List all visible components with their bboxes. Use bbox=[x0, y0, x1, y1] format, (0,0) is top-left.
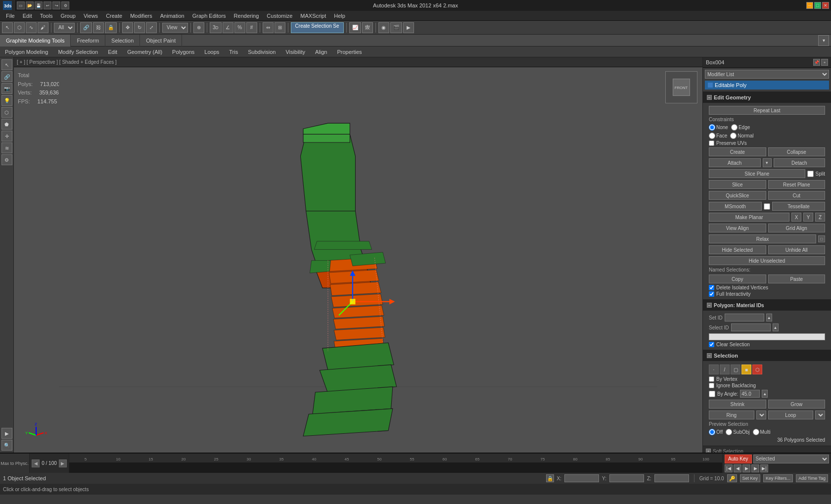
lasso-select[interactable]: ∿ bbox=[26, 22, 37, 33]
tessellate-btn[interactable]: Tessellate bbox=[772, 202, 825, 211]
key-end[interactable]: ▶| bbox=[760, 464, 768, 472]
lt-nav[interactable]: 🔍 bbox=[1, 440, 12, 451]
key-filters-btn[interactable]: Key Filters... bbox=[763, 474, 793, 482]
split-checkbox[interactable] bbox=[807, 171, 814, 177]
menu-graph-editors[interactable]: Graph Editors bbox=[188, 13, 230, 19]
loop-btn[interactable]: Loop bbox=[768, 411, 814, 419]
x-input[interactable] bbox=[564, 474, 599, 482]
slice-btn[interactable]: Slice bbox=[709, 180, 766, 189]
attach-btn[interactable]: Attach bbox=[709, 158, 761, 167]
full-interactivity-checkbox[interactable] bbox=[709, 291, 714, 297]
auto-key-btn[interactable]: Auto Key bbox=[725, 455, 752, 463]
move-tool[interactable]: ✥ bbox=[122, 22, 133, 33]
key-prev[interactable]: ◀ bbox=[734, 464, 741, 472]
subobj-radio[interactable] bbox=[726, 429, 732, 435]
key-next[interactable]: ▶ bbox=[751, 464, 759, 472]
schematic-view[interactable]: 🕸 bbox=[362, 22, 373, 33]
submenu-properties[interactable]: Properties bbox=[334, 48, 365, 56]
hide-unselected-btn[interactable]: Hide Unselected bbox=[709, 256, 825, 265]
unhide-all-btn[interactable]: Unhide All bbox=[768, 245, 826, 254]
render-setup[interactable]: 🎬 bbox=[390, 22, 402, 33]
submenu-tris[interactable]: Tris bbox=[226, 48, 241, 56]
unlink-tool[interactable]: ⛓ bbox=[93, 22, 104, 33]
copy-ns-btn[interactable]: Copy bbox=[709, 275, 766, 283]
menu-rendering[interactable]: Rendering bbox=[230, 13, 263, 19]
view-align-btn[interactable]: View Align bbox=[709, 224, 766, 232]
submenu-loops[interactable]: Loops bbox=[201, 48, 222, 56]
menu-views[interactable]: Views bbox=[80, 13, 102, 19]
submenu-geometry-all[interactable]: Geometry (All) bbox=[124, 48, 165, 56]
preserve-uvs-checkbox[interactable] bbox=[709, 140, 714, 146]
detach-btn[interactable]: Detach bbox=[774, 158, 826, 167]
normal-radio[interactable] bbox=[730, 133, 737, 139]
modifier-list-dropdown[interactable]: Modifier List bbox=[705, 70, 829, 79]
mirror-tool[interactable]: ⇔ bbox=[263, 22, 274, 33]
qa-open[interactable]: 📂 bbox=[26, 1, 34, 9]
timeline-right-btn[interactable]: ▶ bbox=[59, 459, 67, 467]
menu-edit[interactable]: Edit bbox=[19, 13, 36, 19]
y-input[interactable] bbox=[609, 474, 644, 482]
ignore-backfacing-checkbox[interactable] bbox=[709, 383, 714, 388]
menu-help[interactable]: Help bbox=[330, 13, 349, 19]
lt-select[interactable]: ↖ bbox=[1, 59, 12, 70]
edge-radio-label[interactable]: Edge bbox=[731, 124, 750, 131]
repeat-last-btn[interactable]: Repeat Last bbox=[709, 106, 825, 115]
submenu-polygon-modeling[interactable]: Polygon Modeling bbox=[2, 48, 51, 56]
view-dropdown[interactable]: View bbox=[162, 23, 188, 33]
lt-spacewarps[interactable]: ≋ bbox=[1, 142, 12, 153]
key-icon[interactable]: 🔑 bbox=[727, 474, 737, 482]
lt-shapes[interactable]: ⬟ bbox=[1, 119, 12, 130]
polygon-mode-icon[interactable]: ■ bbox=[741, 365, 751, 374]
face-radio-label[interactable]: Face bbox=[709, 133, 727, 139]
relax-options[interactable]: □ bbox=[818, 235, 825, 242]
qa-settings[interactable]: ⚙ bbox=[61, 1, 69, 9]
z-input[interactable] bbox=[654, 474, 689, 482]
eg-collapse[interactable]: − bbox=[707, 95, 712, 100]
menu-animation[interactable]: Animation bbox=[156, 13, 188, 19]
graphite-tab[interactable]: Graphite Modeling Tools bbox=[0, 35, 71, 46]
3d-snap[interactable]: 3D bbox=[210, 22, 222, 33]
set-id-spin-up[interactable]: ▲ bbox=[766, 314, 772, 321]
lt-play[interactable]: ▶ bbox=[1, 428, 12, 439]
lt-systems[interactable]: ⚙ bbox=[1, 154, 12, 165]
attach-options[interactable]: ▾ bbox=[763, 158, 772, 167]
border-mode-icon[interactable]: ▢ bbox=[731, 365, 740, 374]
frame-range[interactable]: 0 / 100 bbox=[40, 460, 59, 466]
scale-tool[interactable]: ⤢ bbox=[146, 22, 157, 33]
paste-ns-btn[interactable]: Paste bbox=[768, 275, 826, 283]
qa-save[interactable]: 💾 bbox=[35, 1, 43, 9]
lt-link[interactable]: 🔗 bbox=[1, 71, 12, 82]
lt-geo[interactable]: ⬡ bbox=[1, 107, 12, 118]
bind-tool[interactable]: 🔒 bbox=[105, 22, 117, 33]
vertex-mode-icon[interactable]: · bbox=[709, 365, 719, 374]
create-selection-set-btn[interactable]: Create Selection Se bbox=[291, 22, 344, 33]
menu-create[interactable]: Create bbox=[102, 13, 126, 19]
add-time-tag-btn[interactable]: Add Time Tag bbox=[796, 474, 828, 482]
selected-dropdown[interactable]: Selected bbox=[753, 455, 829, 463]
by-angle-checkbox[interactable] bbox=[709, 391, 715, 397]
curve-editor[interactable]: 📈 bbox=[349, 22, 361, 33]
menu-group[interactable]: Group bbox=[56, 13, 80, 19]
align-tool[interactable]: ⊞ bbox=[275, 22, 285, 33]
shrink-btn[interactable]: Shrink bbox=[709, 400, 766, 409]
subobj-radio-label[interactable]: SubObj bbox=[726, 429, 749, 435]
percent-snap[interactable]: % bbox=[234, 22, 245, 33]
maximize-button[interactable]: □ bbox=[814, 2, 821, 9]
delete-isolated-checkbox[interactable] bbox=[709, 285, 714, 290]
soft-selection-header[interactable]: + Soft Selection bbox=[703, 446, 831, 453]
quickslice-btn[interactable]: QuickSlice bbox=[709, 191, 766, 200]
slice-plane-btn[interactable]: Slice Plane bbox=[709, 169, 805, 178]
ring-btn[interactable]: Ring bbox=[709, 411, 754, 419]
edge-mode-icon[interactable]: / bbox=[720, 365, 730, 374]
selection-header[interactable]: − Selection bbox=[703, 350, 831, 361]
element-mode-icon[interactable]: ⬡ bbox=[752, 365, 762, 374]
by-vertex-checkbox[interactable] bbox=[709, 376, 714, 382]
freeform-tab[interactable]: Freeform bbox=[71, 35, 105, 46]
material-editor[interactable]: ◉ bbox=[378, 22, 389, 33]
grow-btn[interactable]: Grow bbox=[768, 400, 826, 409]
angle-snap[interactable]: ∠ bbox=[223, 22, 233, 33]
clear-selection-checkbox[interactable] bbox=[709, 342, 714, 347]
by-angle-input[interactable] bbox=[740, 390, 760, 398]
submenu-visibility[interactable]: Visibility bbox=[282, 48, 308, 56]
ribbon-settings[interactable]: ▾ bbox=[818, 35, 829, 46]
